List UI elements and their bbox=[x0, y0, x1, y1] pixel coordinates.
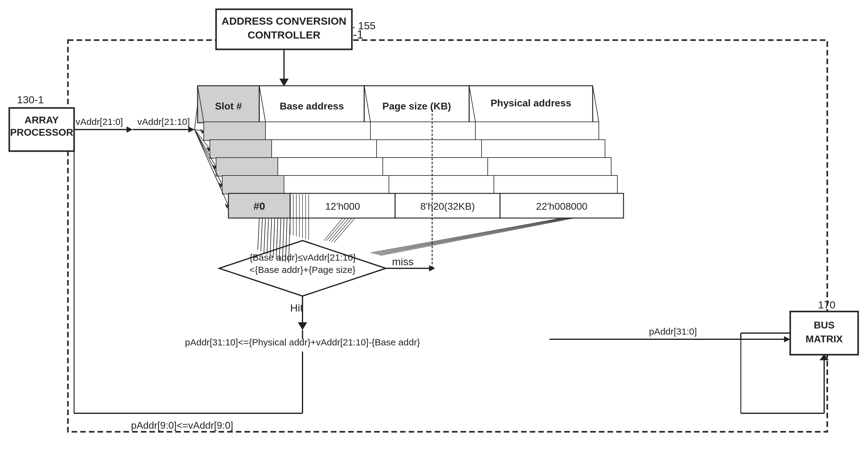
condition-line2: <{Base addr}+{Page size} bbox=[249, 265, 355, 275]
svg-rect-25 bbox=[383, 158, 488, 176]
acc-label-1: ADDRESS CONVERSION bbox=[222, 15, 346, 27]
slot-header: Slot # bbox=[215, 101, 242, 112]
svg-rect-23 bbox=[216, 158, 278, 176]
svg-rect-17 bbox=[370, 122, 475, 140]
miss-label: miss bbox=[392, 256, 414, 267]
svg-rect-16 bbox=[266, 122, 370, 140]
svg-rect-30 bbox=[494, 175, 617, 194]
page-size-header: Page size (KB) bbox=[382, 101, 451, 112]
page-value: 8'h20(32KB) bbox=[421, 201, 475, 212]
svg-rect-28 bbox=[284, 175, 389, 194]
vaddr-in-label: vAddr[21:10] bbox=[137, 117, 190, 127]
svg-rect-29 bbox=[389, 175, 494, 194]
condition-line1: {Base addr}≤vAddr[21:10] bbox=[249, 252, 355, 262]
ref-155: 155 bbox=[358, 20, 376, 31]
slot-value: #0 bbox=[253, 200, 265, 212]
svg-rect-19 bbox=[210, 140, 272, 158]
svg-rect-0 bbox=[0, 0, 868, 458]
array-proc-label-1: ARRAY bbox=[25, 115, 59, 126]
phys-addr-header: Physical address bbox=[491, 97, 571, 108]
phys-value: 22'h008000 bbox=[536, 201, 587, 212]
svg-rect-26 bbox=[488, 158, 611, 176]
svg-rect-63 bbox=[790, 312, 858, 355]
ref-130: 130-1 bbox=[17, 94, 44, 105]
hit-label: Hit bbox=[290, 302, 303, 314]
bus-matrix-label-2: MATRIX bbox=[806, 333, 843, 345]
vaddr-out-label: vAddr[21:0] bbox=[75, 117, 123, 127]
svg-rect-20 bbox=[272, 140, 377, 158]
svg-rect-18 bbox=[475, 122, 599, 140]
ref-170: 170 bbox=[818, 299, 836, 310]
svg-rect-27 bbox=[222, 175, 284, 194]
acc-label-2: CONTROLLER bbox=[248, 29, 320, 41]
svg-rect-22 bbox=[482, 140, 605, 158]
svg-rect-24 bbox=[278, 158, 383, 176]
paddr-bottom-label: pAddr[9:0]<=vAddr[9:0] bbox=[131, 420, 234, 431]
svg-rect-15 bbox=[204, 122, 266, 140]
base-addr-header: Base address bbox=[280, 101, 344, 112]
paddr-label: pAddr[31:0] bbox=[649, 326, 697, 336]
bus-matrix-label-1: BUS bbox=[814, 320, 835, 331]
diagram-container: 150-1 ADDRESS CONVERSION CONTROLLER 155 … bbox=[0, 0, 868, 458]
base-value: 12'h000 bbox=[326, 201, 360, 212]
svg-rect-21 bbox=[377, 140, 482, 158]
array-proc-label-2: PROCESSOR bbox=[10, 127, 73, 138]
